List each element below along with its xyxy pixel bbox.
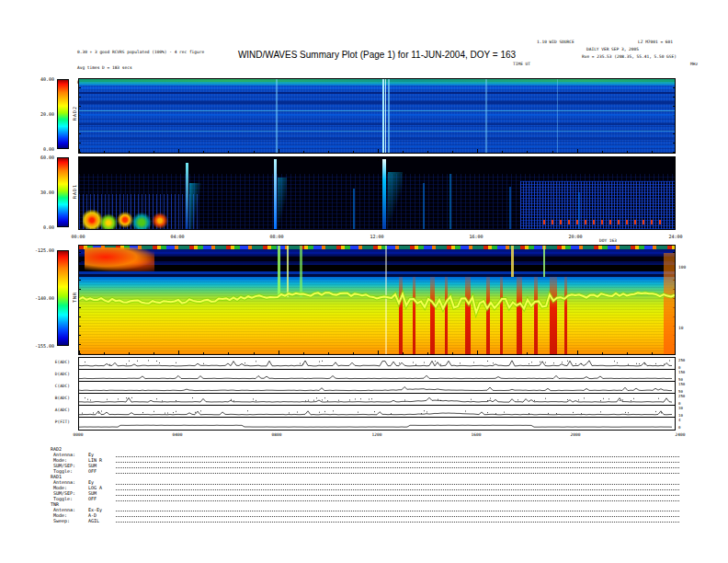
bottom-tick-0800: 0800: [272, 432, 282, 437]
spectrogram-feature: [550, 277, 557, 354]
tnr-cbar-tick-bot: -155.00: [25, 343, 54, 349]
waves-summary-plot: 0.30 + 3 good RCVRS populated (100%) - 4…: [0, 0, 728, 563]
spectrogram-feature: [79, 131, 675, 132]
line-plot-row: [79, 394, 675, 406]
line-plot-row: [79, 370, 675, 382]
tnr-top-ticks: [79, 246, 675, 249]
rad1-left-ticks: [79, 157, 81, 229]
bottom-tick-1200: 1200: [372, 432, 382, 437]
rad1-right-ticks: [673, 157, 675, 229]
bottom-tick-1600: 1600: [472, 432, 482, 437]
spectrogram-feature: [511, 246, 514, 277]
row0-right-top: 250: [678, 358, 685, 362]
time-axis-title: TIME UT: [513, 62, 530, 67]
spectrogram-feature: [486, 277, 490, 354]
receiver-settings-footer: RAD2 Antenna:Ey Mode:LIN R SUM/SEP:SUM T…: [51, 447, 681, 523]
line-trace: [79, 370, 673, 381]
time-tick-1600: 16:00: [469, 234, 483, 239]
header-left-line-2: Avg times D = 183 secs: [77, 65, 204, 71]
tnr-right-tick-100: 100: [678, 265, 686, 270]
rad2-top-ticks: [79, 79, 675, 83]
footer-group-rad2: RAD2 Antenna:Ey Mode:LIN R SUM/SEP:SUM T…: [51, 447, 681, 475]
rad2-cbar-tick-mid: 20.00: [25, 111, 54, 117]
spectrogram-feature: [423, 183, 425, 229]
line-plot-row: [79, 406, 675, 418]
spectrogram-feature: [578, 192, 580, 229]
spectrogram-feature: [79, 174, 675, 229]
spectrogram-feature: [445, 277, 448, 354]
rad1-top-ticks: [79, 157, 675, 161]
rad2-spectrogram: [78, 78, 676, 154]
tnr-panel-label: TNR: [72, 270, 77, 325]
doy-label: DOY 163: [599, 238, 617, 244]
spectrogram-feature: [79, 265, 675, 271]
spectrogram-feature: [79, 274, 675, 277]
rad1-panel-label: RAD1: [72, 164, 77, 219]
dotted-leader: [116, 480, 679, 485]
footer-group-tnr: TNR Antenna:Ex-Ey Mode:A-D Sweep:AGIL: [51, 502, 681, 524]
spectrogram-feature: [500, 277, 503, 354]
time-tick-0000: 00:00: [71, 234, 85, 239]
tnr-plasma-line: [79, 246, 675, 354]
header-right-line1b: LZ M7001 = 601: [638, 40, 673, 45]
rad2-cbar-tick-top: 40.00: [25, 76, 54, 82]
dotted-leader: [116, 497, 679, 501]
line-row-label-d: D(ADC): [33, 372, 70, 376]
rad2-cbar-tick-bot: 0.00: [25, 146, 54, 152]
spectrogram-feature: [520, 181, 675, 229]
spectrogram-feature: [382, 159, 386, 229]
spectrogram-feature: [79, 79, 675, 82]
time-tick-0800: 08:00: [269, 234, 283, 239]
spectrogram-feature: [534, 277, 538, 354]
spectrogram-feature: [79, 110, 675, 111]
row4-right-top: 30: [678, 406, 683, 410]
line-row-label-a: A(ADC): [33, 408, 70, 412]
line-row-label-b: B(ADC): [33, 396, 70, 400]
rad1-spectrogram: [78, 156, 676, 230]
frequency-units-label: MHz: [690, 62, 698, 67]
spectrogram-feature: [189, 183, 202, 229]
dotted-leader: [116, 512, 679, 517]
tnr-right-ticks2: [673, 246, 675, 354]
bottom-tick-0000: 0000: [74, 432, 84, 437]
header-right-line1a: 1.10 WID SOURCE: [537, 40, 574, 45]
rad2-panel-label: RAD2: [72, 86, 77, 141]
spectrogram-feature: [79, 246, 675, 249]
spectrogram-feature: [79, 101, 675, 104]
spectrogram-feature: [509, 187, 511, 229]
footer-row: Sweep:AGIL: [51, 518, 681, 523]
spectrogram-feature: [79, 114, 675, 116]
spectrogram-feature: [79, 84, 675, 86]
spectrogram-feature: [79, 257, 675, 261]
row1-right-top: 150: [678, 370, 685, 374]
dotted-leader: [116, 453, 679, 457]
spectrogram-feature: [430, 277, 435, 354]
dotted-leader: [116, 518, 679, 523]
spectrogram-feature: [385, 246, 387, 354]
tnr-cbar-tick-mid: -140.00: [25, 295, 54, 301]
row3-right-top: 250: [678, 394, 685, 398]
row5-right-top: 4: [678, 418, 680, 422]
dotted-leader: [116, 458, 679, 463]
spectrogram-feature: [557, 79, 558, 153]
bottom-tick-2000: 2000: [571, 432, 581, 437]
line-row-label-c: C(ADC): [33, 384, 70, 388]
rad1-cbar-tick-mid: 30.00: [25, 190, 54, 195]
dotted-leader: [116, 507, 679, 511]
line-plot-panel: [78, 357, 676, 431]
spectrogram-feature: [543, 246, 545, 277]
row2-right-top: 150: [678, 382, 685, 386]
spectrogram-feature: [79, 194, 199, 229]
line-trace: [79, 406, 673, 417]
page-title: WIND/WAVES Summary Plot (Page 1) for 11-…: [78, 50, 676, 60]
spectrogram-feature: [388, 79, 390, 153]
rad1-bottom-ticks: [79, 225, 675, 229]
dotted-leader: [116, 464, 679, 468]
spectrogram-feature: [79, 138, 675, 140]
rad2-left-ticks: [79, 79, 81, 153]
time-tick-2000: 20:00: [568, 234, 582, 239]
spectrogram-feature: [79, 92, 675, 94]
tnr-right-tick-10: 10: [678, 326, 683, 331]
row5-right-bot: 0: [678, 425, 680, 430]
footer-group-rad1: RAD1 Antenna:Ey Mode:LOG A SUM/SEP:SUM T…: [51, 475, 681, 502]
